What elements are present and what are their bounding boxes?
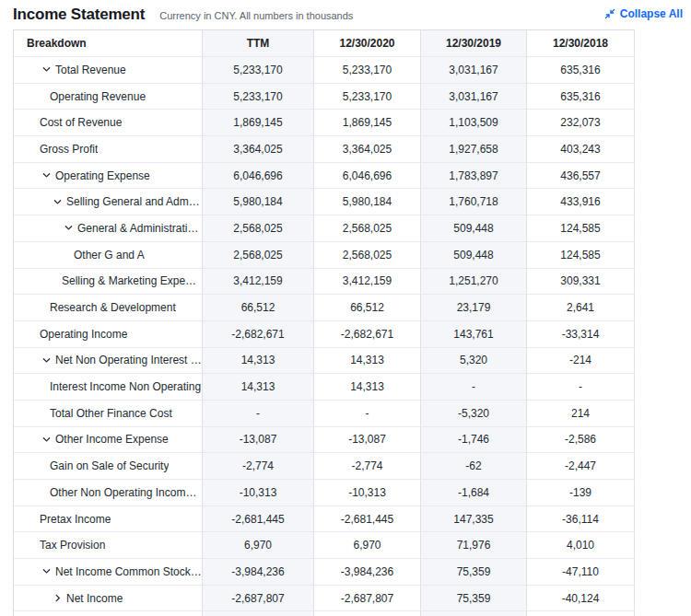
row-label: Gain on Sale of Security (14, 453, 203, 480)
value-cell: -5,320 (421, 401, 527, 427)
value-cell: 5,233,170 (203, 57, 314, 84)
row-label-text: Other Non Operating Income Ex… (50, 486, 202, 499)
value-cell: 14,313 (203, 374, 314, 401)
table-row: General & Administrative E…2,568,0252,56… (14, 215, 635, 242)
page-header: Income Statement Currency in CNY. All nu… (0, 0, 691, 29)
value-cell: 3,364,025 (314, 136, 421, 163)
stub-cell (203, 611, 314, 616)
value-cell: 509,448 (421, 242, 527, 269)
value-cell: -13,087 (203, 427, 314, 454)
value-cell: 5,980,184 (203, 189, 314, 215)
value-cell: -139 (527, 480, 635, 506)
value-cell: -13,087 (314, 427, 421, 454)
row-label-text: General & Administrative E… (77, 222, 202, 235)
value-cell: - (421, 374, 527, 401)
row-label: Operating Revenue (14, 84, 203, 110)
table-row: Net Income-2,687,807-2,687,80775,359-40,… (14, 586, 635, 612)
table-row: Interest Income Non Operating14,31314,31… (14, 374, 635, 401)
row-label-text: Interest Income Non Operating (50, 380, 201, 393)
value-cell: -62 (421, 453, 527, 480)
value-cell: 66,512 (314, 295, 421, 321)
table-row: Total Revenue5,233,1705,233,1703,031,167… (14, 57, 635, 84)
row-label-text: Operating Expense (55, 169, 150, 182)
row-label-text: Selling & Marketing Expense (62, 274, 202, 287)
row-label-toggle[interactable]: Net Non Operating Interest Inc… (14, 348, 203, 375)
value-cell: - (314, 401, 421, 427)
value-cell: 5,320 (421, 348, 527, 375)
value-cell: 635,316 (527, 84, 635, 110)
row-label-toggle[interactable]: Net Income Common Stockhold… (14, 559, 203, 586)
chevron-right-icon[interactable] (53, 594, 62, 602)
row-label-toggle[interactable]: Net Income (14, 586, 203, 612)
table-row: Net Income Common Stockhold…-3,984,236-3… (14, 559, 635, 586)
chevron-down-icon[interactable] (42, 356, 51, 365)
value-cell: 1,869,145 (203, 110, 314, 136)
value-cell: 5,233,170 (314, 57, 421, 84)
row-label: Pretax Income (14, 506, 203, 533)
value-cell: 14,313 (314, 374, 421, 401)
value-cell: - (203, 401, 314, 427)
row-label: Tax Provision (14, 532, 203, 559)
table-row: Operating Expense6,046,6966,046,6961,783… (14, 163, 635, 190)
column-header-breakdown: Breakdown (14, 30, 203, 57)
collapse-all-button[interactable]: Collapse All (604, 7, 683, 20)
chevron-down-icon[interactable] (53, 198, 62, 206)
value-cell: 214 (527, 401, 635, 427)
value-cell: -1,746 (421, 427, 527, 454)
value-cell: 4,010 (527, 532, 635, 559)
row-label: Total Other Finance Cost (14, 401, 203, 427)
value-cell: -36,114 (527, 506, 635, 533)
value-cell: 3,412,159 (203, 269, 314, 296)
table-row: Pretax Income-2,681,445-2,681,445147,335… (14, 506, 635, 533)
value-cell: 14,313 (203, 348, 314, 375)
value-cell: -1,684 (421, 480, 527, 506)
row-label: Gross Profit (14, 136, 203, 163)
chevron-down-icon[interactable] (42, 171, 51, 180)
value-cell: -3,984,236 (314, 559, 421, 586)
page-title: Income Statement (13, 6, 145, 24)
currency-note: Currency in CNY. All numbers in thousand… (159, 8, 353, 21)
value-cell: - (527, 374, 635, 401)
value-cell: 433,916 (527, 189, 635, 215)
value-cell: 1,251,270 (421, 269, 527, 296)
chevron-down-icon[interactable] (42, 436, 51, 444)
row-label: Other G and A (14, 242, 203, 269)
value-cell: -2,586 (527, 427, 635, 454)
value-cell: 3,412,159 (314, 269, 421, 296)
row-label: Cost of Revenue (14, 110, 203, 136)
row-label: Other Non Operating Income Ex… (14, 480, 203, 506)
value-cell: -214 (527, 348, 635, 375)
row-label: Interest Income Non Operating (14, 374, 203, 401)
value-cell: -40,124 (527, 586, 635, 612)
table-row: Gross Profit3,364,0253,364,0251,927,6584… (14, 136, 635, 163)
chevron-down-icon[interactable] (64, 224, 73, 232)
table-header-row: Breakdown TTM 12/30/2020 12/30/2019 12/3… (14, 30, 635, 57)
value-cell: 6,970 (314, 532, 421, 559)
table-bottom-stub (14, 611, 635, 616)
stub-cell (527, 611, 635, 616)
value-cell: 3,031,167 (421, 84, 527, 110)
row-label-toggle[interactable]: General & Administrative E… (14, 215, 203, 242)
value-cell: 14,313 (314, 348, 421, 375)
column-header-2019: 12/30/2019 (421, 30, 527, 57)
collapse-all-label: Collapse All (620, 7, 683, 20)
row-label-toggle[interactable]: Selling General and Administr… (14, 189, 203, 215)
row-label-toggle[interactable]: Operating Expense (14, 163, 203, 190)
value-cell: 2,568,025 (203, 215, 314, 242)
row-label: Operating Income (14, 321, 203, 348)
value-cell: 3,031,167 (421, 57, 527, 84)
table-body: Total Revenue5,233,1705,233,1703,031,167… (14, 57, 635, 611)
value-cell: 1,760,718 (421, 189, 527, 215)
row-label-text: Research & Development (50, 301, 176, 314)
table-row: Operating Revenue5,233,1705,233,1703,031… (14, 84, 635, 110)
chevron-down-icon[interactable] (42, 567, 51, 575)
row-label-text: Gross Profit (40, 143, 98, 156)
value-cell: 1,869,145 (314, 110, 421, 136)
chevron-down-icon[interactable] (42, 65, 51, 74)
row-label-toggle[interactable]: Total Revenue (14, 57, 203, 84)
value-cell: 2,641 (527, 295, 635, 321)
value-cell: 1,783,897 (421, 163, 527, 190)
value-cell: -2,682,671 (203, 321, 314, 348)
row-label-toggle[interactable]: Other Income Expense (14, 427, 203, 454)
table-header: Breakdown TTM 12/30/2020 12/30/2019 12/3… (14, 30, 635, 57)
